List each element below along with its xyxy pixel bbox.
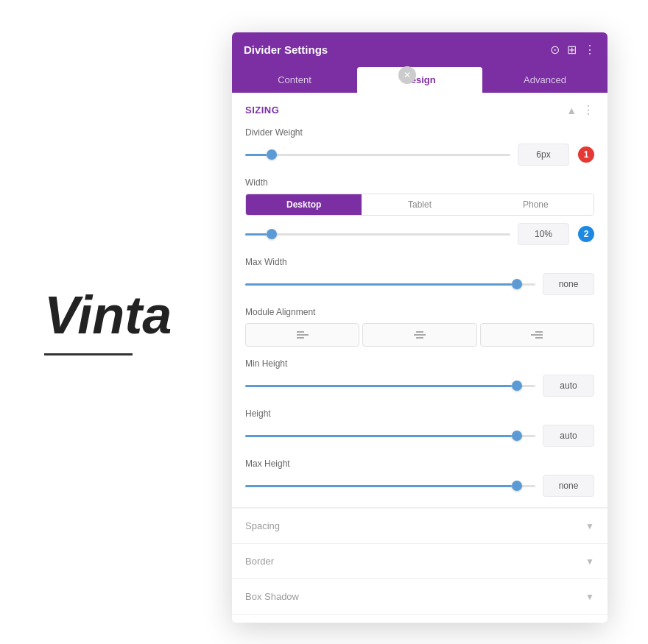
min-height-value[interactable]: auto [543, 375, 594, 397]
slider-fill [245, 233, 267, 236]
tab-design[interactable]: Design [357, 67, 482, 93]
slider-fill [245, 435, 512, 437]
border-chevron-icon: ▼ [585, 556, 594, 567]
filters-section: Filters ▼ [232, 614, 608, 623]
align-center-icon [414, 330, 426, 340]
align-right-btn[interactable] [480, 323, 594, 347]
slider-track [245, 485, 535, 487]
min-height-slider-row: auto [245, 375, 594, 397]
slider-track [245, 385, 535, 387]
box-shadow-section: Box Shadow ▼ [232, 578, 608, 614]
max-height-slider-row: none [245, 475, 594, 497]
slider-fill [245, 154, 267, 156]
spacing-header[interactable]: Spacing ▼ [232, 509, 608, 543]
resp-tab-phone[interactable]: Phone [478, 194, 594, 215]
responsive-tabs: Desktop Tablet Phone [245, 194, 594, 216]
width-slider[interactable] [245, 227, 510, 241]
align-left-btn[interactable] [245, 323, 359, 347]
section-more-icon[interactable]: ⋮ [582, 103, 594, 117]
align-left-icon [297, 330, 309, 340]
slider-fill [245, 385, 512, 387]
resp-tab-tablet[interactable]: Tablet [362, 194, 477, 215]
max-width-value[interactable]: none [543, 273, 594, 295]
divider-weight-badge: 1 [578, 146, 594, 163]
tab-advanced[interactable]: Advanced [482, 67, 608, 93]
max-height-slider[interactable] [245, 478, 535, 493]
module-alignment-label: Module Alignment [245, 307, 594, 317]
slider-thumb[interactable] [512, 279, 522, 289]
slider-fill [245, 283, 512, 286]
max-width-field: Max Width none [245, 257, 594, 295]
max-height-label: Max Height [245, 459, 594, 469]
svg-rect-3 [416, 331, 423, 333]
sizing-section: Sizing ▲ ⋮ Divider Weight [232, 93, 608, 508]
border-section: Border ▼ [232, 543, 608, 578]
slider-thumb[interactable] [512, 481, 522, 491]
height-slider[interactable] [245, 428, 535, 443]
spacing-label: Spacing [245, 520, 280, 531]
width-field: Width Desktop Tablet Phone 10% [245, 177, 594, 245]
slider-track [245, 154, 510, 156]
columns-icon[interactable]: ⊞ [567, 43, 577, 57]
settings-panel: Divider Settings ⊙ ⊞ ⋮ Content Design Ad… [232, 32, 608, 623]
focus-icon[interactable]: ⊙ [550, 43, 560, 57]
divider-weight-value[interactable]: 6px [518, 144, 569, 166]
height-value[interactable]: auto [543, 425, 594, 447]
svg-rect-0 [297, 331, 304, 333]
slider-thumb[interactable] [267, 229, 277, 239]
align-right-icon [531, 330, 543, 340]
page-title: Vinta [44, 289, 172, 355]
align-center-btn[interactable] [362, 323, 476, 347]
slider-fill [245, 485, 512, 487]
svg-rect-6 [535, 331, 543, 333]
divider-weight-slider[interactable] [245, 147, 510, 162]
border-header[interactable]: Border ▼ [232, 544, 608, 578]
sizing-header-icons: ▲ ⋮ [566, 103, 594, 117]
max-width-slider[interactable] [245, 277, 535, 291]
width-slider-row: 10% 2 [245, 223, 594, 245]
panel-header: Divider Settings ⊙ ⊞ ⋮ [232, 32, 608, 67]
height-field: Height auto [245, 408, 594, 447]
max-height-field: Max Height none [245, 459, 594, 497]
slider-thumb[interactable] [267, 149, 277, 160]
alignment-buttons [245, 323, 594, 347]
svg-rect-4 [414, 334, 426, 336]
box-shadow-header[interactable]: Box Shadow ▼ [232, 579, 608, 614]
height-slider-row: auto [245, 425, 594, 447]
divider-weight-label: Divider Weight [245, 127, 594, 138]
spacing-section: Spacing ▼ [232, 508, 608, 543]
slider-thumb[interactable] [512, 431, 522, 441]
panel-body: Sizing ▲ ⋮ Divider Weight [232, 93, 608, 623]
slider-thumb[interactable] [512, 381, 522, 391]
slider-track [245, 233, 510, 236]
slider-track [245, 283, 535, 286]
max-height-value[interactable]: none [543, 475, 594, 497]
box-shadow-label: Box Shadow [245, 591, 299, 602]
resp-tab-desktop[interactable]: Desktop [246, 194, 362, 215]
width-value[interactable]: 10% [518, 223, 569, 245]
panel-title: Divider Settings [244, 43, 328, 56]
min-height-label: Min Height [245, 358, 594, 369]
spacing-chevron-icon: ▼ [585, 521, 594, 531]
svg-rect-5 [416, 337, 423, 339]
module-alignment-field: Module Alignment [245, 307, 594, 347]
divider-weight-field: Divider Weight 6px 1 [245, 127, 594, 166]
sizing-title: Sizing [245, 105, 279, 116]
close-button[interactable]: ✕ [398, 66, 416, 84]
box-shadow-chevron-icon: ▼ [585, 592, 594, 602]
tab-bar: Content Design Advanced [232, 67, 608, 93]
more-icon[interactable]: ⋮ [584, 43, 596, 57]
min-height-slider[interactable] [245, 378, 535, 393]
svg-rect-8 [535, 337, 543, 339]
filters-header[interactable]: Filters ▼ [232, 615, 608, 623]
collapse-icon[interactable]: ▲ [566, 105, 577, 116]
height-label: Height [245, 408, 594, 419]
slider-track [245, 435, 535, 437]
sizing-header: Sizing ▲ ⋮ [245, 103, 594, 117]
min-height-field: Min Height auto [245, 358, 594, 397]
divider-weight-slider-row: 6px 1 [245, 144, 594, 166]
width-label: Width [245, 177, 594, 188]
tab-content[interactable]: Content [232, 67, 357, 93]
width-badge: 2 [578, 226, 594, 242]
max-width-slider-row: none [245, 273, 594, 295]
